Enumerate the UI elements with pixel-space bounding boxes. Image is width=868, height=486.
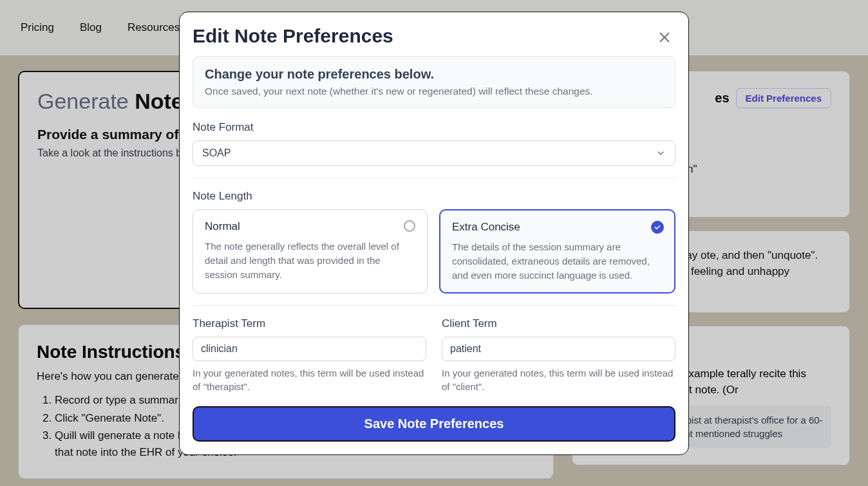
length-option-normal[interactable]: Normal The note generally reflects the o…	[193, 209, 428, 294]
edit-preferences-modal: Edit Note Preferences Change your note p…	[179, 12, 689, 455]
modal-title: Edit Note Preferences	[193, 25, 393, 47]
option-title: Normal	[205, 220, 415, 233]
radio-unselected-icon	[404, 220, 417, 233]
option-desc: The note generally reflects the overall …	[205, 239, 415, 281]
therapist-help: In your generated notes, this term will …	[193, 366, 426, 393]
radio-selected-icon	[651, 221, 664, 234]
info-title: Change your note preferences below.	[205, 67, 663, 82]
save-button[interactable]: Save Note Preferences	[193, 406, 675, 442]
format-select[interactable]: SOAP	[193, 140, 675, 166]
divider	[193, 305, 675, 306]
therapist-label: Therapist Term	[193, 317, 426, 330]
close-icon[interactable]	[657, 30, 672, 44]
client-label: Client Term	[442, 317, 675, 330]
option-desc: The details of the session summary are c…	[452, 240, 663, 282]
info-sub: Once saved, your next note (whether it's…	[205, 86, 663, 97]
length-option-extra-concise[interactable]: Extra Concise The details of the session…	[439, 209, 675, 294]
divider	[193, 178, 675, 178]
option-title: Extra Concise	[452, 221, 663, 234]
format-value: SOAP	[202, 147, 231, 159]
therapist-input[interactable]	[193, 337, 426, 361]
client-help: In your generated notes, this term will …	[442, 366, 675, 393]
info-box: Change your note preferences below. Once…	[193, 56, 675, 108]
format-label: Note Format	[193, 121, 675, 134]
chevron-down-icon	[656, 148, 666, 158]
client-input[interactable]	[442, 337, 675, 361]
length-label: Note Length	[193, 190, 675, 203]
